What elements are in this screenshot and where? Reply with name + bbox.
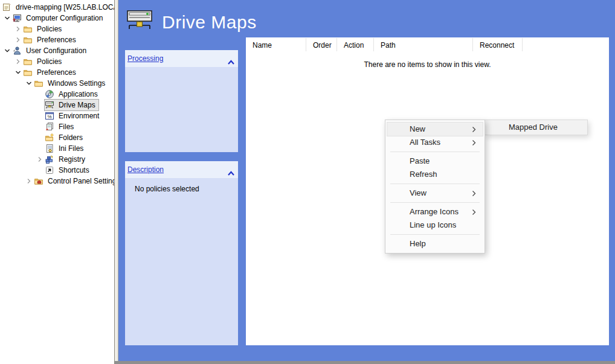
tree-item-folders[interactable]: Folders: [0, 132, 115, 143]
tree-item-label: Policies: [36, 57, 63, 66]
ini-files-icon: [45, 144, 54, 153]
tree-item-label: Shortcuts: [57, 165, 91, 175]
processing-panel-header: Processing: [125, 50, 238, 67]
console-tree: drive-mapping [W25.LAB.LOCA Computer Con…: [0, 0, 115, 364]
submenu-arrow-icon: [472, 190, 476, 197]
tree-item-label: User Configuration: [25, 46, 88, 56]
column-header-name[interactable]: Name: [246, 38, 306, 51]
page-header: Drive Maps: [125, 8, 257, 36]
environment-icon: %: [45, 111, 54, 121]
submenu-arrow-icon: [472, 139, 476, 146]
menu-item-view[interactable]: View: [387, 187, 483, 200]
folders-icon: [45, 133, 54, 142]
menu-item-paste[interactable]: Paste: [387, 155, 483, 168]
column-header-filler: [523, 38, 609, 51]
tree-item-computer-configuration[interactable]: Computer Configuration: [0, 13, 115, 24]
description-panel-header: Description: [125, 161, 238, 178]
tree-item-label: Control Panel Settings: [47, 176, 115, 186]
tree-item-drive-maps[interactable]: Drive Maps: [0, 100, 115, 110]
tree-item-preferences-computer[interactable]: Preferences: [0, 34, 115, 45]
tree-item-root[interactable]: drive-mapping [W25.LAB.LOCA: [0, 2, 115, 13]
collapse-chevron-up-icon[interactable]: [227, 171, 235, 176]
gpme-window: drive-mapping [W25.LAB.LOCA Computer Con…: [0, 0, 615, 364]
tree-item-label: Registry: [57, 155, 86, 164]
menu-item-new[interactable]: New: [387, 123, 483, 136]
tree-item-windows-settings[interactable]: Windows Settings: [0, 78, 115, 89]
tree-item-control-panel-settings[interactable]: Control Panel Settings: [0, 176, 115, 187]
tree-item-label: Environment: [57, 111, 100, 121]
tree-item-applications[interactable]: Applications: [0, 89, 115, 100]
chevron-right-icon[interactable]: [35, 155, 45, 164]
page-title: Drive Maps: [162, 12, 257, 33]
tree-item-environment[interactable]: % Environment: [0, 110, 115, 121]
chevron-right-icon[interactable]: [13, 25, 23, 33]
chevron-right-icon[interactable]: [24, 177, 34, 185]
tree-item-label: Preferences: [36, 35, 77, 45]
tree-item-label: drive-mapping [W25.LAB.LOCA: [14, 2, 115, 12]
menu-item-label: View: [410, 188, 427, 197]
tree-item-registry[interactable]: Registry: [0, 154, 115, 165]
description-link[interactable]: Description: [127, 165, 164, 174]
processing-link[interactable]: Processing: [127, 54, 163, 63]
list-column-headers: Name Order Action Path Reconnect: [246, 37, 609, 53]
shortcuts-icon: [45, 165, 54, 175]
column-header-action[interactable]: Action: [337, 38, 374, 51]
submenu-arrow-icon: [472, 209, 476, 216]
tree-item-label: Policies: [36, 24, 63, 34]
new-submenu: Mapped Drive: [485, 120, 588, 135]
chevron-right-icon[interactable]: [13, 36, 23, 44]
menu-item-refresh[interactable]: Refresh: [387, 168, 483, 181]
tree-item-label: Applications: [57, 89, 99, 99]
tree-item-label: Preferences: [36, 68, 77, 77]
processing-panel: Processing: [125, 50, 238, 152]
chevron-down-icon[interactable]: [13, 68, 23, 77]
folder-icon: [34, 78, 43, 88]
tree-item-user-configuration[interactable]: User Configuration: [0, 45, 115, 56]
menu-item-label: Arrange Icons: [410, 207, 459, 216]
folder-icon: [23, 68, 33, 77]
user-icon: [12, 46, 22, 56]
tree-item-policies-computer[interactable]: Policies: [0, 24, 115, 34]
tree-item-ini-files[interactable]: Ini Files: [0, 143, 115, 154]
context-menu: New All Tasks Paste Refresh View Arrange…: [385, 120, 485, 254]
column-header-reconnect[interactable]: Reconnect: [473, 38, 523, 51]
submenu-item-mapped-drive[interactable]: Mapped Drive: [485, 120, 587, 135]
menu-separator: [390, 152, 480, 152]
tree-item-label: Ini Files: [57, 144, 85, 153]
menu-item-arrange-icons[interactable]: Arrange Icons: [387, 205, 483, 219]
chevron-down-icon[interactable]: [2, 14, 12, 22]
tree-item-label: Computer Configuration: [25, 13, 104, 23]
files-icon: [45, 122, 54, 132]
chevron-down-icon[interactable]: [24, 79, 34, 88]
description-panel-body: No policies selected: [125, 178, 238, 345]
collapse-chevron-up-icon[interactable]: [227, 60, 235, 65]
chevron-right-icon[interactable]: [13, 57, 23, 66]
computer-icon: [12, 13, 22, 23]
menu-item-label: New: [410, 124, 425, 133]
menu-item-help[interactable]: Help: [387, 237, 483, 251]
menu-item-label: Help: [410, 239, 426, 248]
menu-item-label: Line up Icons: [410, 220, 456, 229]
control-panel-icon: [34, 176, 43, 186]
processing-panel-body: [125, 67, 238, 152]
svg-text:%: %: [47, 114, 51, 120]
tree-item-policies-user[interactable]: Policies: [0, 56, 115, 67]
menu-item-label: Refresh: [410, 170, 437, 179]
column-header-order[interactable]: Order: [306, 38, 337, 51]
tree-item-files[interactable]: Files: [0, 121, 115, 132]
column-header-path[interactable]: Path: [374, 38, 473, 51]
folder-icon: [23, 35, 33, 45]
folder-icon: [23, 57, 33, 66]
drive-maps-header-icon: [125, 8, 154, 36]
submenu-arrow-icon: [472, 126, 476, 133]
menu-item-line-up-icons[interactable]: Line up Icons: [387, 219, 483, 232]
tree-item-preferences-user[interactable]: Preferences: [0, 67, 115, 78]
registry-icon: [45, 155, 54, 164]
menu-item-all-tasks[interactable]: All Tasks: [387, 136, 483, 149]
panel-splitter[interactable]: [114, 0, 118, 364]
applications-disc-icon: [45, 89, 54, 99]
tree-item-label: Windows Settings: [47, 78, 106, 88]
tree-item-label: Folders: [57, 133, 84, 142]
tree-item-shortcuts[interactable]: Shortcuts: [0, 165, 115, 176]
chevron-down-icon[interactable]: [2, 46, 12, 55]
